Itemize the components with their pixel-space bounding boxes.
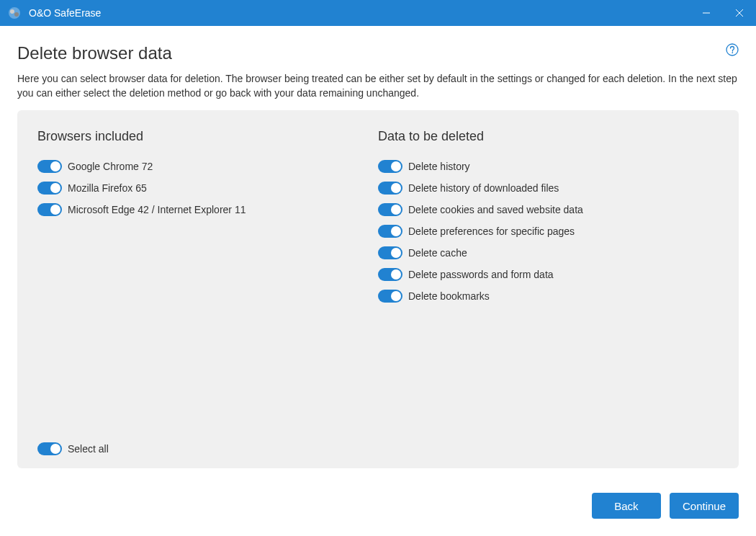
window-controls — [690, 0, 756, 26]
browser-item: Microsoft Edge 42 / Internet Explorer 11 — [37, 203, 378, 216]
select-all-row: Select all — [37, 442, 719, 455]
data-item: Delete bookmarks — [378, 290, 719, 303]
svg-point-0 — [9, 7, 20, 19]
data-column: Data to be deleted Delete history Delete… — [378, 129, 719, 442]
browsers-heading: Browsers included — [37, 129, 378, 144]
browser-item: Mozilla Firefox 65 — [37, 182, 378, 195]
toggle-select-all[interactable] — [37, 442, 62, 455]
continue-button[interactable]: Continue — [670, 493, 739, 519]
data-heading: Data to be deleted — [378, 129, 719, 144]
toggle-label: Delete preferences for specific pages — [408, 225, 575, 237]
toggle-label: Delete cookies and saved website data — [408, 204, 583, 215]
footer: Back Continue — [0, 483, 756, 536]
toggle-label: Delete cache — [408, 247, 467, 259]
data-item: Delete history of downloaded files — [378, 182, 719, 195]
toggle-delete-passwords[interactable] — [378, 268, 402, 281]
toggle-delete-bookmarks[interactable] — [378, 290, 402, 303]
toggle-label: Delete history — [408, 161, 470, 172]
toggle-label: Delete passwords and form data — [408, 269, 554, 280]
header-row: Delete browser data — [17, 43, 739, 63]
toggle-delete-cookies[interactable] — [378, 203, 402, 216]
minimize-icon — [702, 9, 711, 17]
svg-point-1 — [10, 9, 14, 14]
data-item: Delete history — [378, 160, 719, 173]
close-icon — [735, 9, 744, 17]
data-item: Delete passwords and form data — [378, 268, 719, 281]
app-icon — [7, 6, 22, 20]
columns: Browsers included Google Chrome 72 Mozil… — [37, 129, 719, 442]
titlebar: O&O SafeErase — [0, 0, 756, 26]
toggle-chrome[interactable] — [37, 160, 62, 173]
toggle-label: Microsoft Edge 42 / Internet Explorer 11 — [68, 204, 246, 215]
toggle-edge-ie[interactable] — [37, 203, 62, 216]
titlebar-title: O&O SafeErase — [29, 7, 690, 19]
toggle-delete-download-history[interactable] — [378, 182, 402, 195]
data-item: Delete preferences for specific pages — [378, 225, 719, 238]
svg-point-2 — [14, 12, 19, 17]
data-item: Delete cache — [378, 246, 719, 259]
select-all-label: Select all — [68, 443, 109, 455]
data-item: Delete cookies and saved website data — [378, 203, 719, 216]
page-title: Delete browser data — [17, 43, 172, 63]
browser-item: Google Chrome 72 — [37, 160, 378, 173]
browsers-column: Browsers included Google Chrome 72 Mozil… — [37, 129, 378, 442]
content-area: Delete browser data Here you can select … — [0, 26, 756, 483]
toggle-label: Delete bookmarks — [408, 290, 490, 302]
close-button[interactable] — [723, 0, 756, 26]
svg-point-7 — [732, 52, 733, 53]
toggle-label: Mozilla Firefox 65 — [68, 182, 147, 194]
page-description: Here you can select browser data for del… — [17, 72, 739, 100]
toggle-firefox[interactable] — [37, 182, 62, 195]
back-button[interactable]: Back — [592, 493, 661, 519]
app-window: O&O SafeErase Delete browser data — [0, 0, 756, 536]
help-icon — [726, 43, 739, 56]
toggle-label: Google Chrome 72 — [68, 161, 153, 172]
toggle-delete-preferences[interactable] — [378, 225, 402, 238]
options-panel: Browsers included Google Chrome 72 Mozil… — [17, 110, 739, 468]
toggle-delete-history[interactable] — [378, 160, 402, 173]
svg-point-6 — [726, 44, 738, 55]
toggle-label: Delete history of downloaded files — [408, 182, 559, 194]
minimize-button[interactable] — [690, 0, 723, 26]
toggle-delete-cache[interactable] — [378, 246, 402, 259]
help-button[interactable] — [726, 43, 739, 56]
